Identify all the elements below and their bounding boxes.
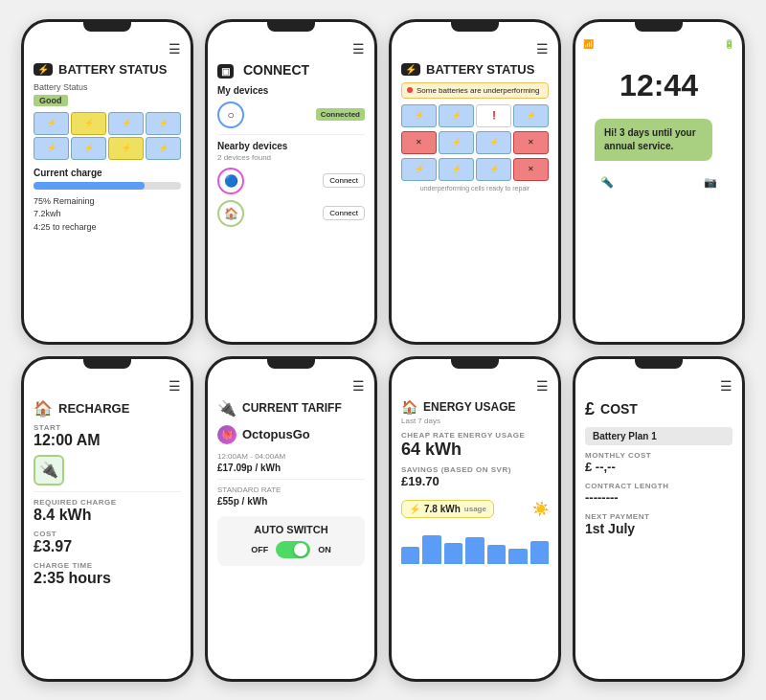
battery-cell-bad: ✕ <box>513 158 549 181</box>
octopus-row: 🐙 OctopusGo <box>217 425 365 444</box>
notch-7 <box>451 359 499 369</box>
warning-dot <box>407 87 413 93</box>
battery-cell: ⚡ <box>439 158 474 181</box>
start-label: START <box>34 423 181 432</box>
next-payment-label: NEXT PAYMENT <box>585 512 732 521</box>
start-value: 12:00 AM <box>34 432 181 449</box>
nearby-device-row-2: 🏠 Connect <box>217 200 365 227</box>
bar-chart <box>401 530 549 564</box>
required-value: 8.4 kWh <box>34 507 181 524</box>
bar-2 <box>422 535 440 564</box>
savings-value: £19.70 <box>401 474 549 488</box>
savings-label: Savings (based on SVR) <box>401 465 549 474</box>
battery-cell: ⚡ <box>108 137 144 160</box>
energy-title: ENERGY USAGE <box>423 400 515 414</box>
standard-rate-value: £55p / kWh <box>217 496 365 507</box>
battery-title-icon: ⚡ <box>34 63 53 76</box>
energy-icon: 🏠 <box>401 399 417 415</box>
battery-grid-top: ⚡ ⚡ ❗ ⚡ <box>401 104 549 127</box>
chat-bubble: Hi! 3 days until your annual service. <box>595 119 712 161</box>
connected-badge: Connected <box>316 108 365 121</box>
hamburger-menu-5[interactable]: ☰ <box>34 378 181 394</box>
bar-3 <box>444 543 462 564</box>
monthly-cost-value: £ --,-- <box>585 460 732 474</box>
device-icon-1: ○ <box>217 102 244 128</box>
battery-cell: ⚡ <box>34 137 69 160</box>
battery-status-title-1: ⚡ Battery status <box>34 62 181 77</box>
sun-icon: ☀️ <box>532 501 549 516</box>
notch-2 <box>267 22 315 32</box>
battery-cell: ⚡ <box>401 158 437 181</box>
cheap-rate-row: Cheap rate energy usage 64 kWh <box>401 431 549 460</box>
hamburger-menu-3[interactable]: ☰ <box>401 41 549 56</box>
auto-switch-box: AUTO SWITCH OFF ON <box>217 516 365 566</box>
pound-icon: £ <box>585 399 595 419</box>
notch-8 <box>635 359 683 369</box>
lightning-icon: ⚡ <box>409 504 420 514</box>
hamburger-menu-8[interactable]: ☰ <box>585 378 732 394</box>
battery-cell: ⚡ <box>476 158 511 181</box>
phone-battery-status-1: ☰ ⚡ Battery status Battery Status Good ⚡… <box>21 19 193 345</box>
bar-1 <box>401 547 419 564</box>
energy-subtitle: Last 7 days <box>401 417 549 425</box>
clock-time: 12:44 <box>585 68 732 103</box>
on-label: ON <box>318 545 331 554</box>
cost-value-recharge: £3.97 <box>34 538 181 555</box>
contract-length-field: CONTRACT LENGTH -------- <box>585 482 732 505</box>
rate-value: £17.09p / kWh <box>217 463 365 473</box>
bar-6 <box>508 549 527 564</box>
hamburger-menu-7[interactable]: ☰ <box>401 378 549 394</box>
my-devices-label: My devices <box>217 85 365 96</box>
hamburger-menu-1[interactable]: ☰ <box>34 41 181 56</box>
charge-bar-background <box>34 182 181 190</box>
phone-energy: ☰ 🏠 ENERGY USAGE Last 7 days Cheap rate … <box>389 356 561 682</box>
connect-button-1[interactable]: Connect <box>323 173 365 188</box>
octopus-icon: 🐙 <box>217 425 237 444</box>
device-row-connected: ○ Connected <box>217 102 365 128</box>
phone-grid: ☰ ⚡ Battery status Battery Status Good ⚡… <box>21 19 745 682</box>
battery-cell: ⚡ <box>401 104 437 127</box>
connect-button-2[interactable]: Connect <box>323 206 365 220</box>
battery-icon-2: ⚡ <box>401 63 420 76</box>
monthly-cost-label: MONTHLY COST <box>585 451 732 460</box>
charge-time-value: 2:35 hours <box>34 570 181 587</box>
status-bar: 📶 🔋 <box>575 35 742 49</box>
hamburger-menu-2[interactable]: ☰ <box>217 41 365 56</box>
required-label: REQUIRED CHARGE <box>34 498 181 507</box>
battery-grid-middle: ✕ ⚡ ⚡ ✕ <box>401 131 549 154</box>
battery-cell: ⚡ <box>71 137 106 160</box>
auto-switch-toggle[interactable] <box>276 541 310 558</box>
notch-6 <box>267 359 315 369</box>
toggle-thumb <box>294 543 307 556</box>
monthly-cost-field: MONTHLY COST £ --,-- <box>585 451 732 474</box>
contract-length-value: -------- <box>585 490 732 505</box>
cheap-rate-value: 64 kWh <box>401 440 549 460</box>
bottom-icons: 🔦 📷 <box>585 161 732 194</box>
tariff-title: CURRENT TARIFF <box>242 401 342 415</box>
battery-cell-bad: ✕ <box>401 131 437 154</box>
notch-4 <box>635 22 683 32</box>
flashlight-icon[interactable]: 🔦 <box>600 176 614 189</box>
contract-length-label: CONTRACT LENGTH <box>585 482 732 490</box>
battery-cell: ⚡ <box>108 112 144 135</box>
bar-4 <box>465 537 484 564</box>
auto-switch-label: AUTO SWITCH <box>227 524 355 535</box>
hamburger-menu-6[interactable]: ☰ <box>217 378 365 394</box>
bar-7 <box>530 541 549 564</box>
camera-icon[interactable]: 📷 <box>704 176 717 189</box>
warning-banner: Some batteries are underperforming <box>401 82 549 99</box>
cost-label-recharge: COST <box>34 530 181 538</box>
rate-time: 12:00AM - 04:00AM <box>217 452 365 461</box>
battery-status-title-2: ⚡ Battery status <box>401 62 549 77</box>
savings-row: Savings (based on SVR) £19.70 <box>401 465 549 488</box>
kwh-badge: ⚡ 7.8 kWh usage <box>401 500 494 518</box>
toggle-row: OFF ON <box>227 541 355 558</box>
phone-cost: ☰ £ COST Battery Plan 1 MONTHLY COST £ -… <box>573 356 745 682</box>
charge-time-field: CHARGE TIME 2:35 hours <box>34 561 181 587</box>
nearby-device-icon-1: 🔵 <box>217 168 244 194</box>
nearby-count: 2 devices found <box>217 153 365 162</box>
battery-grid-bottom: ⚡ ⚡ ⚡ ✕ <box>401 158 549 181</box>
notch-5 <box>83 359 131 369</box>
current-charge-label: Current charge <box>34 168 181 178</box>
next-payment-value: 1st July <box>585 521 732 536</box>
